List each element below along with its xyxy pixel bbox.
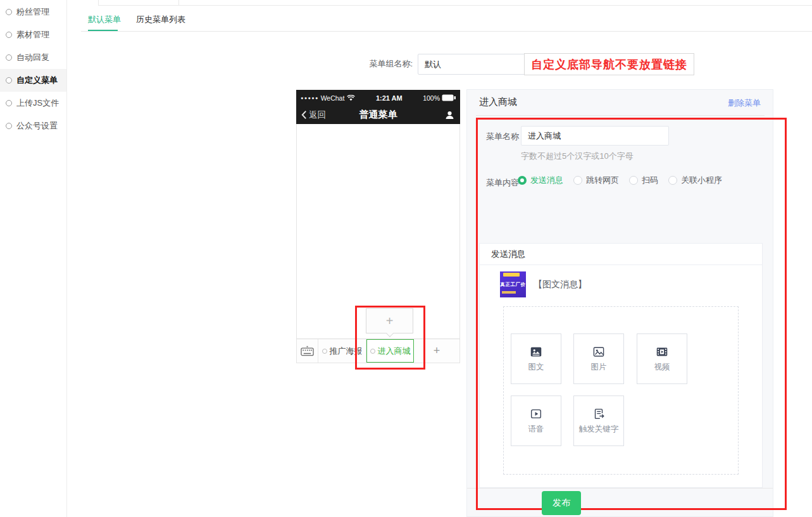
radio-icon	[668, 176, 677, 185]
battery-percent: 100%	[423, 94, 440, 102]
plus-icon: +	[386, 314, 394, 328]
phone-header: ●●●●● WeChat 1:21 AM 100%	[296, 90, 460, 124]
radio-scan-code[interactable]: 扫码	[629, 175, 658, 186]
menu-content-label: 菜单内容	[486, 177, 519, 189]
radio-label: 扫码	[642, 175, 658, 186]
media-button-label: 图文	[528, 362, 544, 373]
sidebar-item-label: 上传JS文件	[16, 97, 59, 109]
sidebar-item-upload-js[interactable]: 上传JS文件	[0, 92, 66, 115]
media-picker-area: 图文 图片	[503, 306, 739, 475]
message-item-caption: 【图文消息】	[534, 279, 587, 290]
send-message-section: 发送消息 真正工厂价 【图文消息】 图文	[479, 243, 763, 488]
keyword-doc-icon	[592, 407, 606, 421]
media-button-label: 语音	[528, 424, 544, 435]
media-button-video[interactable]: 视频	[637, 333, 687, 384]
menu-item-enter-mall[interactable]: 进入商城	[366, 339, 414, 363]
top-tab-separator	[178, 0, 179, 5]
phone-chat-body	[296, 124, 460, 339]
custom-menu-page: 粉丝管理 素材管理 自动回复 自定义菜单 上传JS文件 公众号设置 默认菜单 历…	[0, 0, 812, 517]
send-message-section-title: 发送消息	[480, 244, 762, 265]
circle-icon	[6, 9, 12, 15]
picture-icon	[592, 345, 606, 359]
wifi-icon	[347, 95, 355, 101]
radio-mini-program[interactable]: 关联小程序	[668, 175, 722, 186]
media-button-voice[interactable]: 语音	[511, 396, 561, 446]
phone-back-label: 返回	[309, 109, 326, 121]
editor-header-divider	[476, 115, 765, 116]
carrier-label: WeChat	[321, 94, 345, 102]
annotation-note-box: 自定义底部导航不要放置链接	[524, 53, 694, 75]
circle-icon	[6, 32, 12, 38]
media-button-label: 触发关键字	[579, 424, 619, 435]
circle-icon	[6, 54, 12, 61]
radio-jump-webpage[interactable]: 跳转网页	[573, 175, 619, 186]
phone-back-button: 返回	[301, 109, 326, 121]
circle-icon	[6, 100, 12, 106]
phone-time: 1:21 AM	[355, 94, 423, 102]
sidebar-item-fans[interactable]: 粉丝管理	[0, 1, 66, 23]
sidebar-item-autoreply[interactable]: 自动回复	[0, 46, 66, 69]
bullet-circle-icon	[370, 349, 375, 354]
media-button-news[interactable]: 图文	[511, 333, 561, 384]
sidebar-item-material[interactable]: 素材管理	[0, 23, 66, 46]
sidebar-item-label: 自动回复	[16, 52, 49, 63]
radio-label: 跳转网页	[586, 175, 619, 186]
submenu-add-popup[interactable]: +	[366, 308, 413, 333]
radio-selected-icon	[518, 176, 527, 185]
add-menu-button[interactable]: +	[414, 339, 459, 363]
tab-default-menu[interactable]: 默认菜单	[88, 14, 121, 25]
battery-icon	[442, 94, 456, 101]
sidebar-item-account-settings[interactable]: 公众号设置	[0, 115, 66, 137]
thumbnail-text: 真正工厂价	[501, 282, 526, 288]
sidebar: 粉丝管理 素材管理 自动回复 自定义菜单 上传JS文件 公众号设置	[0, 0, 67, 517]
circle-icon	[6, 77, 12, 84]
menu-content-options: 发送消息 跳转网页 扫码 关联小程序	[518, 175, 722, 186]
publish-button[interactable]: 发布	[542, 491, 581, 515]
menu-item-promo-poster[interactable]: 推广海报	[318, 339, 366, 363]
menu-group-name-input[interactable]	[418, 54, 527, 75]
news-icon	[529, 345, 543, 359]
signal-dots-icon: ●●●●●	[301, 96, 319, 100]
media-button-label: 图片	[591, 362, 607, 373]
top-tab-separator	[98, 0, 99, 5]
editor-footer-divider	[467, 488, 773, 489]
bullet-circle-icon	[322, 349, 327, 354]
thumbnail-ribbon	[503, 273, 520, 277]
phone-nav-bar: 普通菜单 返回	[296, 106, 460, 124]
chevron-left-icon	[301, 110, 307, 120]
thumbnail-strip	[502, 291, 516, 294]
sidebar-item-label: 自定义菜单	[16, 75, 58, 86]
sidebar-item-custom-menu[interactable]: 自定义菜单	[0, 69, 66, 92]
message-thumbnail: 真正工厂价	[500, 271, 526, 297]
voice-icon	[529, 407, 543, 421]
sidebar-item-label: 粉丝管理	[16, 6, 49, 18]
circle-icon	[6, 123, 12, 129]
menu-item-label: 推广海报	[330, 346, 363, 357]
menu-item-label: 进入商城	[378, 346, 411, 357]
sidebar-item-label: 公众号设置	[16, 120, 58, 132]
tabs-divider	[81, 31, 812, 32]
selected-message-item[interactable]: 真正工厂价 【图文消息】	[500, 271, 587, 297]
radio-label: 发送消息	[530, 175, 563, 186]
sidebar-item-label: 素材管理	[16, 29, 49, 40]
media-button-trigger-keyword[interactable]: 触发关键字	[573, 396, 624, 446]
tab-history-menu-list[interactable]: 历史菜单列表	[136, 14, 185, 25]
radio-icon	[629, 176, 638, 185]
menu-name-input[interactable]	[521, 126, 669, 146]
keyboard-icon	[301, 346, 314, 356]
radio-label: 关联小程序	[681, 175, 722, 186]
annotation-note-text: 自定义底部导航不要放置链接	[531, 57, 687, 72]
delete-menu-link[interactable]: 删除菜单	[728, 97, 761, 109]
plus-icon: +	[434, 344, 440, 358]
radio-send-message[interactable]: 发送消息	[518, 175, 563, 186]
person-icon	[444, 110, 455, 120]
keyboard-toggle[interactable]	[297, 339, 318, 363]
video-icon	[655, 345, 669, 359]
media-button-picture[interactable]: 图片	[573, 333, 624, 384]
phone-preview: ●●●●● WeChat 1:21 AM 100%	[296, 90, 460, 363]
radio-icon	[573, 176, 582, 185]
phone-status-bar: ●●●●● WeChat 1:21 AM 100%	[296, 90, 460, 106]
media-button-label: 视频	[654, 362, 670, 373]
phone-menu-bar: 推广海报 进入商城 +	[296, 339, 460, 363]
menu-name-hint: 字数不超过5个汉字或10个字母	[521, 151, 634, 162]
